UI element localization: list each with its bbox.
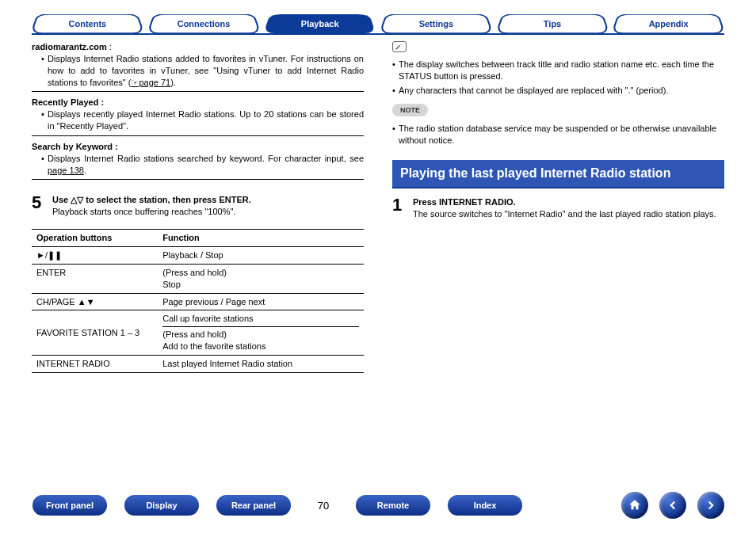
step-number: 1 bbox=[392, 196, 413, 220]
link-page-71[interactable]: ☞page 71 bbox=[131, 78, 170, 87]
step-desc: The source switches to "Internet Radio" … bbox=[413, 208, 724, 220]
step-1: 1 Press INTERNET RADIO. The source switc… bbox=[392, 196, 724, 220]
right-column: •The display switches between track titl… bbox=[392, 41, 724, 373]
item-recently-played: Recently Played : •Displays recently pla… bbox=[32, 97, 364, 136]
col-operation: Operation buttons bbox=[32, 230, 158, 247]
nav-front-panel[interactable]: Front panel bbox=[32, 494, 108, 516]
footer-nav: Front panel Display Rear panel 70 Remote… bbox=[0, 492, 756, 519]
top-tabs: Contents Connections Playback Settings T… bbox=[32, 14, 724, 35]
step-heading: Use △▽ to select the station, then press… bbox=[52, 194, 364, 206]
item-title: Search by Keyword : bbox=[32, 141, 364, 153]
step-number: 5 bbox=[32, 194, 52, 218]
tab-settings[interactable]: Settings bbox=[380, 14, 492, 33]
tab-playback[interactable]: Playback bbox=[264, 14, 376, 33]
page-number: 70 bbox=[307, 500, 339, 512]
nav-remote[interactable]: Remote bbox=[355, 494, 431, 516]
step-desc: Playback starts once buffering reaches "… bbox=[52, 206, 364, 218]
op-play-pause: ►/❚❚ bbox=[32, 246, 158, 264]
tab-appendix[interactable]: Appendix bbox=[613, 14, 724, 33]
item-radiomarantz: radiomarantz.com : • Displays Internet R… bbox=[32, 41, 364, 92]
nav-display[interactable]: Display bbox=[124, 494, 200, 516]
home-icon[interactable] bbox=[621, 492, 648, 519]
item-title: radiomarantz.com bbox=[32, 42, 107, 51]
item-title: Recently Played : bbox=[32, 97, 364, 109]
back-arrow-icon[interactable] bbox=[659, 492, 686, 519]
nav-index[interactable]: Index bbox=[447, 494, 523, 516]
col-function: Function bbox=[158, 230, 364, 247]
forward-arrow-icon[interactable] bbox=[697, 492, 724, 519]
op-chpage: CH/PAGE ▲▼ bbox=[32, 293, 158, 310]
step-5: 5 Use △▽ to select the station, then pre… bbox=[32, 194, 364, 218]
left-column: radiomarantz.com : • Displays Internet R… bbox=[32, 41, 364, 373]
item-search-keyword: Search by Keyword : • Displays Internet … bbox=[32, 141, 364, 181]
nav-rear-panel[interactable]: Rear panel bbox=[216, 494, 292, 516]
op-enter: ENTER bbox=[32, 264, 158, 293]
op-internet-radio: INTERNET RADIO bbox=[32, 355, 158, 372]
tab-tips[interactable]: Tips bbox=[497, 14, 609, 33]
step-heading: Press INTERNET RADIO. bbox=[413, 196, 724, 208]
pencil-icon bbox=[392, 41, 407, 52]
section-heading: Playing the last played Internet Radio s… bbox=[392, 160, 724, 188]
tab-contents[interactable]: Contents bbox=[32, 14, 143, 33]
operation-table: Operation buttons Function ►/❚❚ Playback… bbox=[32, 229, 364, 373]
note-badge: NOTE bbox=[392, 104, 428, 116]
op-favorite: FAVORITE STATION 1 – 3 bbox=[32, 310, 158, 356]
link-page-138[interactable]: page 138 bbox=[48, 166, 84, 175]
tab-connections[interactable]: Connections bbox=[148, 14, 260, 33]
